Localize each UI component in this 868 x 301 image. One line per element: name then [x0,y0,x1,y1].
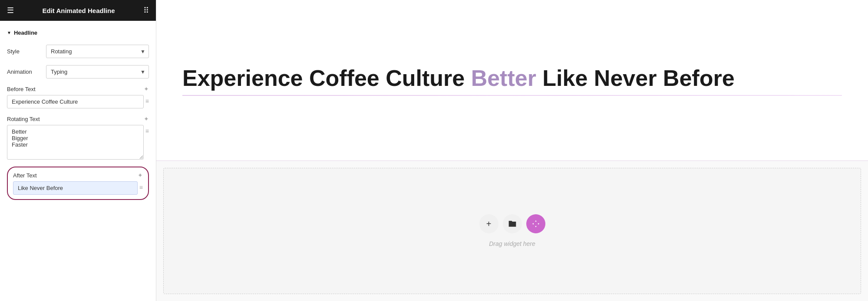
right-panel: ‹ Experience Coffee Culture Better Like … [156,0,868,301]
before-text-header: Before Text ✦ [7,85,149,92]
after-text-input-row: ≡ [13,181,143,195]
after-text-block: After Text ✦ ≡ [7,167,149,200]
section-header: ▼ Headline [7,29,149,36]
widget-actions: + [479,214,545,233]
headline-rotating: Better [471,65,536,91]
headline-display: Experience Coffee Culture Better Like Ne… [182,65,735,92]
rotating-text-textarea[interactable]: Better Bigger Faster [7,125,144,160]
rotating-text-dynamic-icon[interactable]: ✦ [144,115,149,122]
after-text-label: After Text [13,172,37,179]
rotating-text-label: Rotating Text [7,116,40,122]
style-field-row: Style RotatingHighlightedAnimated ▼ [7,45,149,58]
grid-icon[interactable]: ⠿ [143,6,149,15]
rotating-text-list-icon[interactable]: ≡ [145,125,149,134]
before-text-list-icon[interactable]: ≡ [145,95,149,105]
chevron-icon: ▼ [7,30,11,35]
animation-select-wrapper: TypingClipFlip ▼ [46,65,149,79]
after-text-input[interactable] [13,181,138,195]
animation-label: Animation [7,69,46,75]
move-widget-button[interactable] [526,214,545,233]
add-widget-button[interactable]: + [479,214,498,233]
panel-title: Edit Animated Headline [43,7,115,14]
hamburger-icon[interactable]: ☰ [7,6,14,15]
before-text-dynamic-icon[interactable]: ✦ [144,85,149,92]
before-text-block: Before Text ✦ ≡ [7,85,149,108]
after-text-list-icon[interactable]: ≡ [139,181,143,191]
after-text-header: After Text ✦ [13,172,143,179]
style-select-wrapper: RotatingHighlightedAnimated ▼ [46,45,149,58]
drop-zone: + Drag widget here [163,168,861,294]
canvas-area: Experience Coffee Culture Better Like Ne… [156,0,868,161]
before-text-input-row: ≡ [7,95,149,108]
section-label: Headline [14,29,37,36]
before-text-label: Before Text [7,86,36,92]
drag-label: Drag widget here [489,240,535,247]
headline-underline [182,95,842,96]
move-icon [531,219,540,228]
rotating-text-block: Rotating Text ✦ Better Bigger Faster ≡ [7,115,149,160]
top-bar: ☰ Edit Animated Headline ⠿ [0,0,156,21]
style-select[interactable]: RotatingHighlightedAnimated [46,45,149,58]
panel-content: ▼ Headline Style RotatingHighlightedAnim… [0,21,156,301]
headline-before: Experience Coffee Culture [182,65,465,91]
rotating-text-input-row: Better Bigger Faster ≡ [7,125,149,160]
animation-field-row: Animation TypingClipFlip ▼ [7,65,149,79]
folder-icon [508,219,517,228]
before-text-input[interactable] [7,95,144,108]
style-label: Style [7,48,46,55]
after-text-dynamic-icon[interactable]: ✦ [138,172,143,179]
headline-after: Like Never Before [542,65,734,91]
folder-button[interactable] [503,214,522,233]
rotating-text-header: Rotating Text ✦ [7,115,149,122]
left-panel: ☰ Edit Animated Headline ⠿ ▼ Headline St… [0,0,156,301]
animation-select[interactable]: TypingClipFlip [46,65,149,79]
